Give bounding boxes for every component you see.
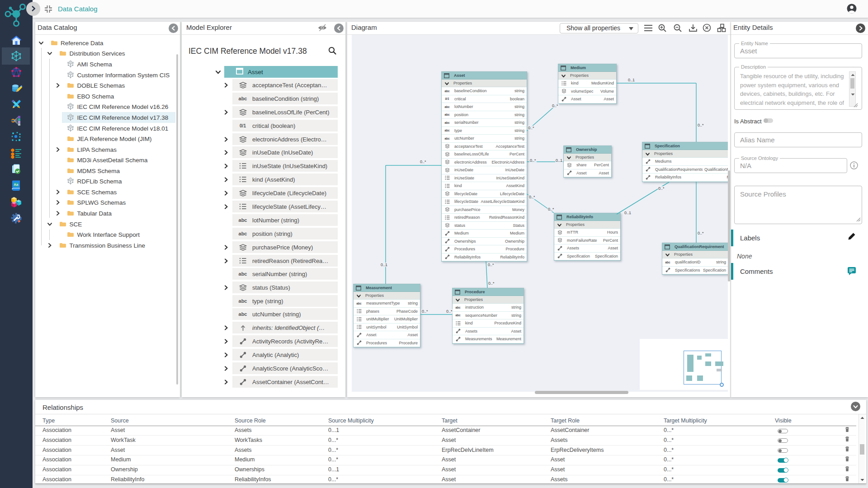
svg-text:Aa: Aa — [14, 183, 19, 187]
